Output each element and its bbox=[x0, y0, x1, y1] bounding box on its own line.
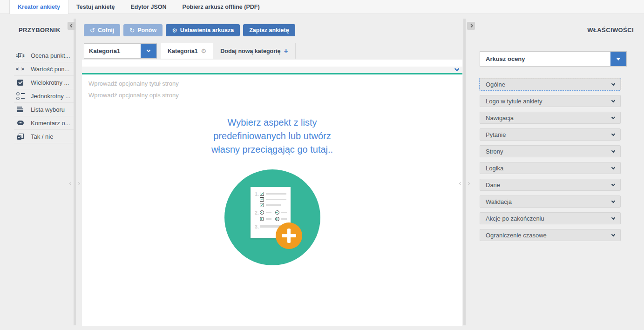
page-collapse-bar[interactable] bbox=[82, 67, 462, 73]
category-tab-active[interactable]: Kategoria1 ⚙ bbox=[161, 43, 213, 59]
angle-brackets-icon: < > bbox=[16, 66, 24, 72]
survey-design-surface: Wprowadź opcjonalny tytuł strony Wprowad… bbox=[82, 60, 462, 326]
gear-icon[interactable]: ⚙ bbox=[201, 47, 207, 54]
undo-label: Cofnij bbox=[98, 27, 114, 34]
survey-header-strip bbox=[82, 60, 462, 67]
collapse-left-panel-button[interactable] bbox=[68, 22, 75, 30]
chevron-down-icon bbox=[611, 216, 615, 219]
accordion-label: Akcje po zakończeniu bbox=[486, 215, 544, 222]
plus-icon: + bbox=[284, 47, 288, 55]
toolbox-item-label: Wartość pun... bbox=[31, 66, 69, 73]
accordion-label: Strony bbox=[486, 148, 503, 155]
accordion-label: Pytanie bbox=[486, 131, 506, 138]
radiogroup-icon bbox=[16, 92, 24, 100]
accordion-label: Walidacja bbox=[486, 198, 512, 205]
radio-glyph bbox=[275, 217, 279, 221]
category-select-value: Kategoria1 bbox=[84, 44, 141, 58]
editor-panel: ↺ Cofnij ↻ Ponów ⚙ Ustawienia arkusza Za… bbox=[82, 14, 462, 330]
chevron-down-icon bbox=[611, 115, 615, 119]
left-panel-divider[interactable] bbox=[74, 19, 76, 325]
chevron-right-icon bbox=[77, 182, 80, 185]
category-select-button[interactable] bbox=[141, 44, 156, 58]
accordion-section-time-limit[interactable]: Ograniczenie czasowe bbox=[480, 229, 621, 241]
boolean-check-icon bbox=[16, 134, 24, 140]
question-dropzone[interactable]: Wybierz aspekt z listy predefiniowanych … bbox=[88, 116, 456, 265]
page-title-placeholder[interactable]: Wprowadź opcjonalny tytuł strony bbox=[88, 80, 456, 87]
accordion-label: Dane bbox=[486, 182, 500, 189]
redo-button[interactable]: ↻ Ponów bbox=[123, 24, 163, 36]
selected-element-select[interactable]: Arkusz oceny bbox=[480, 51, 627, 67]
properties-panel: WŁAŚCIWOŚCI Arkusz oceny Ogólne Logo w t… bbox=[468, 14, 644, 330]
chevron-down-icon bbox=[147, 48, 150, 52]
right-panel-resize-grip[interactable] bbox=[460, 182, 469, 185]
add-category-label: Dodaj nową kategorię bbox=[220, 48, 280, 54]
toolbox-item-radiogroup[interactable]: Jednokrotny ... bbox=[14, 89, 74, 103]
chevron-down-icon bbox=[611, 148, 615, 152]
category-tab-label: Kategoria1 bbox=[168, 48, 198, 54]
toolbox-item-checkbox[interactable]: Wielokrotny ... bbox=[14, 76, 74, 89]
rating-icon: 123 bbox=[16, 53, 24, 58]
accordion-section-data[interactable]: Dane bbox=[480, 179, 621, 191]
checkbox-icon bbox=[16, 80, 24, 86]
chevron-left-icon bbox=[70, 24, 74, 27]
accordion-label: Logo w tytule ankiety bbox=[486, 98, 542, 105]
list-number: 1. bbox=[254, 192, 260, 207]
triangle-down-icon bbox=[616, 58, 621, 63]
redo-label: Ponów bbox=[137, 27, 156, 34]
toolbox-item-label: Ocena punkt... bbox=[31, 52, 70, 59]
survey-settings-button[interactable]: ⚙ Ustawienia arkusza bbox=[166, 24, 240, 36]
add-category-tab[interactable]: Dodaj nową kategorię + bbox=[213, 43, 296, 59]
tab-json-editor[interactable]: Edytor JSON bbox=[122, 0, 174, 14]
toolbox-item-label: Wielokrotny ... bbox=[31, 79, 69, 86]
add-plus-icon bbox=[276, 222, 302, 249]
tab-download-pdf[interactable]: Pobierz arkusz offline (PDF) bbox=[175, 0, 268, 14]
toolbox-item-label: Jednokrotny ... bbox=[31, 93, 70, 100]
undo-button[interactable]: ↺ Cofnij bbox=[84, 24, 120, 36]
comment-bubble-icon bbox=[16, 121, 24, 125]
left-panel-resize-grip[interactable] bbox=[70, 182, 80, 185]
checkbox-glyph bbox=[260, 203, 264, 207]
illustration-checkbox-group: 1. bbox=[254, 192, 287, 207]
toolbox-panel: PRZYBORNIK 123 Ocena punkt... < > Wartoś… bbox=[0, 14, 74, 330]
tab-test-survey[interactable]: Testuj ankietę bbox=[68, 0, 122, 14]
selected-element-value: Arkusz oceny bbox=[480, 52, 610, 66]
toolbox-item-rating[interactable]: 123 Ocena punkt... bbox=[14, 49, 74, 62]
collapse-right-panel-button[interactable] bbox=[467, 22, 475, 30]
list-number: 3. bbox=[254, 224, 260, 229]
toolbox-list: 123 Ocena punkt... < > Wartość pun... Wi… bbox=[0, 49, 74, 143]
chevron-down-icon bbox=[611, 165, 615, 169]
chevron-left-icon bbox=[69, 182, 73, 185]
tab-survey-creator[interactable]: Kreator ankiety bbox=[9, 0, 68, 14]
list-number: 2. bbox=[254, 210, 260, 221]
accordion-section-navigation[interactable]: Nawigacja bbox=[480, 112, 621, 124]
accordion-section-question[interactable]: Pytanie bbox=[480, 128, 621, 141]
checkbox-glyph bbox=[260, 197, 264, 202]
accordion-section-logic[interactable]: Logika bbox=[480, 162, 621, 174]
toolbox-item-value[interactable]: < > Wartość pun... bbox=[14, 62, 74, 76]
accordion-section-pages[interactable]: Strony bbox=[480, 145, 621, 157]
properties-accordion: Ogólne Logo w tytule ankiety Nawigacja P… bbox=[480, 78, 644, 241]
chevron-left-icon bbox=[459, 182, 462, 185]
radio-glyph bbox=[260, 210, 264, 215]
accordion-section-completion-actions[interactable]: Akcje po zakończeniu bbox=[480, 212, 621, 224]
toolbox-item-label: Lista wyboru bbox=[31, 106, 65, 113]
undo-icon: ↺ bbox=[90, 27, 95, 34]
chevron-right-icon bbox=[469, 24, 473, 27]
selected-element-select-button[interactable] bbox=[610, 52, 626, 66]
accordion-section-validation[interactable]: Walidacja bbox=[480, 195, 621, 208]
chevron-down-icon bbox=[611, 199, 615, 202]
category-bar: Kategoria1 Kategoria1 ⚙ Dodaj nową kateg… bbox=[84, 43, 296, 59]
toolbox-title: PRZYBORNIK bbox=[19, 27, 74, 34]
right-panel-divider[interactable] bbox=[463, 19, 466, 325]
toolbox-item-dropdown[interactable]: Lista wyboru bbox=[14, 103, 74, 116]
accordion-section-general[interactable]: Ogólne bbox=[480, 78, 621, 90]
chevron-down-icon bbox=[611, 81, 615, 85]
save-survey-button[interactable]: Zapisz ankietę bbox=[243, 24, 295, 36]
chevron-down-icon bbox=[611, 232, 615, 236]
settings-label: Ustawienia arkusza bbox=[180, 27, 234, 34]
category-select[interactable]: Kategoria1 bbox=[84, 43, 157, 59]
page-description-placeholder[interactable]: Wprowadź opcjonalny opis strony bbox=[88, 92, 456, 99]
toolbox-item-boolean[interactable]: Tak / nie bbox=[14, 130, 74, 143]
toolbox-item-comment[interactable]: Komentarz o... bbox=[14, 116, 74, 130]
accordion-section-logo[interactable]: Logo w tytule ankiety bbox=[480, 95, 621, 107]
